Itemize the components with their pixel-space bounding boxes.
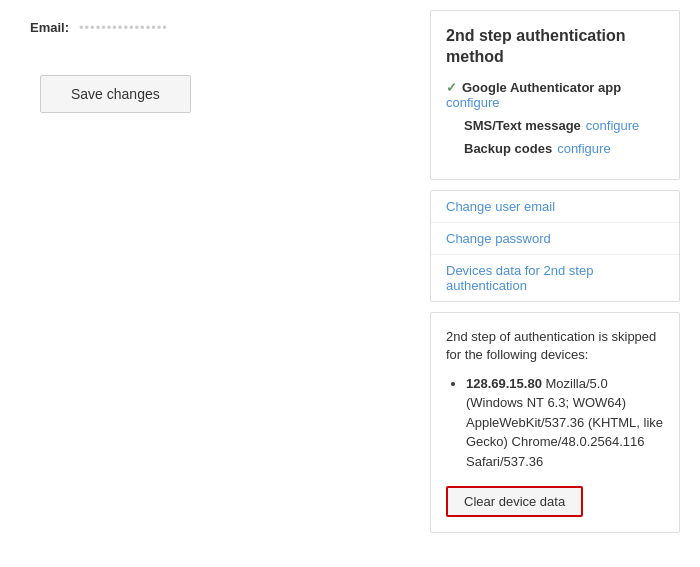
devices-box: 2nd step of authentication is skipped fo… — [430, 312, 680, 534]
check-icon: ✓ — [446, 80, 457, 95]
backup-label: Backup codes — [464, 141, 552, 156]
device-list-item: 128.69.15.80 Mozilla/5.0 (Windows NT 6.3… — [466, 374, 664, 472]
save-section: Save changes — [30, 75, 400, 113]
devices-data-link-item[interactable]: Devices data for 2nd step authentication — [431, 255, 679, 301]
email-label: Email: — [30, 20, 69, 35]
save-changes-button[interactable]: Save changes — [40, 75, 191, 113]
action-links-box: Change user email Change password Device… — [430, 190, 680, 302]
devices-data-link[interactable]: Devices data for 2nd step authentication — [446, 263, 593, 293]
devices-description: 2nd step of authentication is skipped fo… — [446, 328, 664, 364]
device-ip: 128.69.15.80 — [466, 376, 542, 391]
change-email-link[interactable]: Change user email — [446, 199, 555, 214]
change-email-link-item[interactable]: Change user email — [431, 191, 679, 223]
google-auth-label: Google Authenticator app — [462, 80, 621, 95]
left-panel: Email: •••••••••••••••• Save changes — [0, 10, 420, 553]
google-auth-method: ✓ Google Authenticator app configure — [446, 80, 664, 110]
sms-label: SMS/Text message — [464, 118, 581, 133]
sms-configure-link[interactable]: configure — [586, 118, 639, 133]
auth-title: 2nd step authentication method — [446, 26, 664, 68]
backup-codes-method: Backup codes configure — [464, 141, 664, 156]
google-configure-link[interactable]: configure — [446, 95, 499, 110]
auth-method-box: 2nd step authentication method ✓ Google … — [430, 10, 680, 180]
device-list: 128.69.15.80 Mozilla/5.0 (Windows NT 6.3… — [446, 374, 664, 472]
clear-device-data-button[interactable]: Clear device data — [446, 486, 583, 517]
backup-configure-link[interactable]: configure — [557, 141, 610, 156]
sms-method: SMS/Text message configure — [464, 118, 664, 133]
email-row: Email: •••••••••••••••• — [30, 20, 400, 35]
change-password-link-item[interactable]: Change password — [431, 223, 679, 255]
right-panel: 2nd step authentication method ✓ Google … — [420, 10, 700, 553]
email-value: •••••••••••••••• — [79, 20, 168, 35]
change-password-link[interactable]: Change password — [446, 231, 551, 246]
